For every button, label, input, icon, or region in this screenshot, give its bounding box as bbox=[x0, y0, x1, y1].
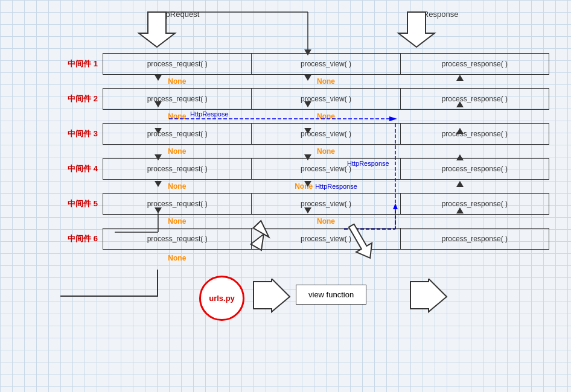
mw6-col1: process_request( ) bbox=[103, 229, 252, 249]
none-label-2-2: None bbox=[317, 112, 335, 121]
mw1-col2: process_view( ) bbox=[252, 54, 400, 74]
none-label-3-2: None bbox=[317, 147, 335, 156]
between-3-4-col2: None bbox=[252, 147, 401, 156]
below-6-col3 bbox=[400, 254, 549, 262]
mw2-col3: process_response( ) bbox=[401, 89, 549, 109]
mw1-col1: process_request( ) bbox=[103, 54, 252, 74]
mw3-col1: process_request( ) bbox=[103, 124, 252, 144]
between-3-4: None None bbox=[60, 145, 549, 158]
middleware-row-4: 中间件 4 process_request( ) process_view( )… bbox=[60, 158, 549, 180]
between-2-3-col1: None bbox=[103, 112, 252, 121]
below-6-col1: None bbox=[103, 254, 252, 262]
between-5-6-col3 bbox=[400, 217, 549, 226]
between-2-3: None None bbox=[60, 110, 549, 123]
middleware-box-3: process_request( ) process_view( ) proce… bbox=[103, 123, 549, 145]
none-label-1-1: None bbox=[168, 77, 186, 86]
mw4-col3: process_response( ) bbox=[401, 159, 549, 179]
mw3-col3: process_response( ) bbox=[401, 124, 549, 144]
below-6-col2 bbox=[252, 254, 401, 262]
none-label-2-1: None bbox=[168, 112, 186, 121]
none-label-4-2: None bbox=[295, 182, 313, 191]
middleware-row-3: 中间件 3 process_request( ) process_view( )… bbox=[60, 123, 549, 145]
between-4-5-col3 bbox=[400, 182, 549, 191]
http-request-arrow bbox=[139, 12, 175, 47]
middleware-row-2: 中间件 2 process_request( ) process_view( )… bbox=[60, 88, 549, 110]
middleware-box-4: process_request( ) process_view( ) proce… bbox=[103, 158, 549, 180]
middleware-box-5: process_request( ) process_view( ) proce… bbox=[103, 193, 549, 215]
mw4-col2: process_view( ) bbox=[252, 159, 400, 179]
mw2-col2: process_view( ) bbox=[252, 89, 400, 109]
none-label-3-1: None bbox=[168, 147, 186, 156]
below-row-6: None bbox=[60, 250, 549, 267]
bottom-line-1 bbox=[157, 270, 158, 297]
mw5-col3: process_response( ) bbox=[401, 194, 549, 214]
between-4-5-col2: None HttpResponse bbox=[252, 182, 401, 191]
none-label-4-1: None bbox=[168, 182, 186, 191]
between-3-4-col1: None bbox=[103, 147, 252, 156]
middleware-row-1: 中间件 1 process_request( ) process_view( )… bbox=[60, 53, 549, 75]
between-5-6-col1: None bbox=[103, 217, 252, 226]
arrow-left-to-view bbox=[247, 279, 296, 315]
bottom-line-2 bbox=[60, 296, 158, 297]
middleware-box-6: process_request( ) process_view( ) proce… bbox=[103, 228, 549, 250]
middleware-row-6: 中间件 6 process_request( ) process_view( )… bbox=[60, 228, 549, 250]
svg-marker-7 bbox=[254, 279, 290, 312]
none-label-5-1: None bbox=[168, 217, 186, 226]
between-1-2-col2: None bbox=[252, 77, 401, 86]
http-request-label: HttpRequest bbox=[156, 10, 200, 19]
between-5-6-col2: None bbox=[252, 217, 401, 226]
between-1-2: None None bbox=[60, 75, 549, 88]
between-3-4-col3 bbox=[400, 147, 549, 156]
between-4-5: None None HttpResponse bbox=[60, 180, 549, 193]
none-label-1-2: None bbox=[317, 77, 335, 86]
view-function-text: view function bbox=[308, 290, 354, 299]
mw6-col3: process_response( ) bbox=[401, 229, 549, 249]
between-2-3-col3 bbox=[400, 112, 549, 121]
httpresponse-label-4-between: HttpResponse bbox=[315, 183, 357, 190]
between-2-3-col2: None bbox=[252, 112, 401, 121]
between-1-2-col1: None bbox=[103, 77, 252, 86]
svg-marker-8 bbox=[410, 279, 447, 312]
urlspy-text: urls.py bbox=[209, 294, 235, 303]
none-label-5-2: None bbox=[317, 217, 335, 226]
middleware-label-4: 中间件 4 bbox=[60, 163, 103, 174]
none-label-6-1: None bbox=[168, 254, 186, 262]
mw2-col1: process_request( ) bbox=[103, 89, 252, 109]
bottom-area: urls.py view function bbox=[60, 270, 549, 330]
mw1-col3: process_response( ) bbox=[401, 54, 549, 74]
between-5-6: None None bbox=[60, 215, 549, 228]
middleware-label-5: 中间件 5 bbox=[60, 198, 103, 209]
view-function-box: view function bbox=[296, 285, 366, 305]
middleware-box-2: process_request( ) process_view( ) proce… bbox=[103, 88, 549, 110]
between-4-5-col1: None bbox=[103, 182, 252, 191]
urlspy-circle: urls.py bbox=[199, 276, 244, 321]
mw4-col1: process_request( ) bbox=[103, 159, 252, 179]
middleware-row-5: 中间件 5 process_request( ) process_view( )… bbox=[60, 193, 549, 215]
middleware-label-6: 中间件 6 bbox=[60, 233, 103, 244]
between-1-2-col3 bbox=[400, 77, 549, 86]
arrow-right-from-view bbox=[404, 279, 453, 315]
mw5-col1: process_request( ) bbox=[103, 194, 252, 214]
middleware-box-1: process_request( ) process_view( ) proce… bbox=[103, 53, 549, 75]
middleware-label-1: 中间件 1 bbox=[60, 58, 103, 69]
mw6-col2: process_view( ) bbox=[252, 229, 400, 249]
mw5-col2: process_view( ) bbox=[252, 194, 400, 214]
middleware-label-2: 中间件 2 bbox=[60, 93, 103, 104]
middleware-label-3: 中间件 3 bbox=[60, 128, 103, 139]
http-response-arrow bbox=[398, 12, 435, 47]
http-response-label: HttpResponse bbox=[409, 10, 458, 19]
mw3-col2: process_view( ) bbox=[252, 124, 400, 144]
